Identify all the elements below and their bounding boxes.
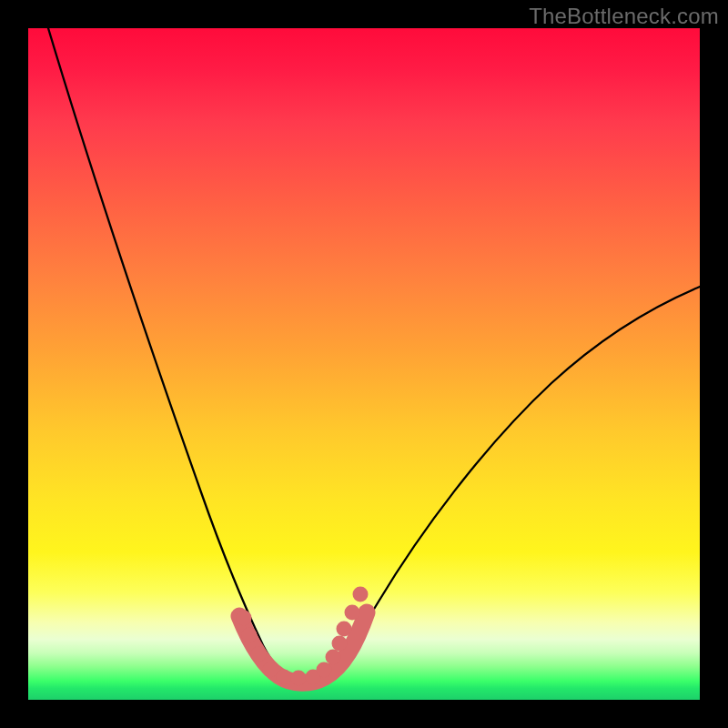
svg-point-9: [332, 636, 348, 652]
chart-svg: [28, 28, 700, 700]
svg-point-3: [263, 662, 278, 678]
svg-point-7: [317, 662, 332, 678]
chart-frame: TheBottleneck.com: [0, 0, 728, 728]
svg-point-0: [237, 611, 252, 626]
chart-plot-area: [28, 28, 700, 700]
svg-point-12: [353, 587, 369, 602]
watermark-text: TheBottleneck.com: [529, 4, 719, 29]
curve-left: [48, 28, 288, 680]
svg-point-5: [291, 671, 307, 686]
svg-point-8: [326, 650, 341, 665]
svg-point-10: [337, 622, 352, 637]
svg-point-4: [277, 670, 292, 685]
svg-point-1: [242, 628, 258, 643]
svg-point-11: [345, 605, 360, 621]
curve-right: [319, 287, 700, 680]
svg-point-2: [251, 647, 267, 662]
